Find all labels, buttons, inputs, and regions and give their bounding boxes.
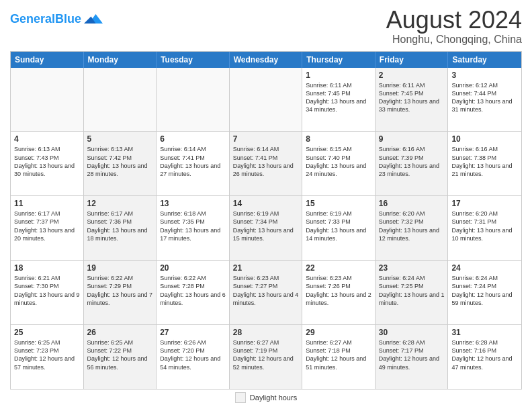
- cell-info: Sunrise: 6:13 AM Sunset: 7:42 PM Dayligh…: [87, 145, 153, 178]
- day-number: 28: [233, 328, 299, 337]
- calendar-row-4: 18Sunrise: 6:21 AM Sunset: 7:30 PM Dayli…: [11, 260, 521, 324]
- cell-info: Sunrise: 6:20 AM Sunset: 7:31 PM Dayligh…: [451, 210, 518, 242]
- calendar-cell: [11, 68, 84, 132]
- header-day-monday: Monday: [84, 52, 157, 68]
- day-number: 2: [379, 71, 445, 80]
- day-number: 18: [14, 263, 80, 273]
- month-year: August 2024: [386, 7, 522, 34]
- calendar-row-5: 25Sunrise: 6:25 AM Sunset: 7:23 PM Dayli…: [11, 324, 521, 389]
- header-day-saturday: Saturday: [448, 52, 521, 68]
- calendar-cell: 1Sunrise: 6:11 AM Sunset: 7:45 PM Daylig…: [302, 68, 375, 132]
- calendar-cell: 31Sunrise: 6:28 AM Sunset: 7:16 PM Dayli…: [448, 325, 521, 389]
- calendar-cell: 30Sunrise: 6:28 AM Sunset: 7:17 PM Dayli…: [375, 325, 449, 389]
- calendar-cell: 2Sunrise: 6:11 AM Sunset: 7:45 PM Daylig…: [375, 68, 449, 132]
- day-number: 1: [306, 71, 371, 80]
- cell-info: Sunrise: 6:24 AM Sunset: 7:25 PM Dayligh…: [379, 274, 445, 307]
- day-number: 29: [306, 328, 371, 337]
- cell-info: Sunrise: 6:23 AM Sunset: 7:26 PM Dayligh…: [306, 274, 371, 307]
- legend-shaded-box: [235, 392, 246, 403]
- day-number: 10: [451, 134, 518, 144]
- calendar-cell: 24Sunrise: 6:24 AM Sunset: 7:24 PM Dayli…: [448, 261, 521, 324]
- calendar-cell: 14Sunrise: 6:19 AM Sunset: 7:34 PM Dayli…: [230, 196, 303, 260]
- calendar-cell: [84, 68, 157, 132]
- calendar-cell: 10Sunrise: 6:16 AM Sunset: 7:38 PM Dayli…: [448, 132, 521, 195]
- cell-info: Sunrise: 6:17 AM Sunset: 7:37 PM Dayligh…: [14, 210, 80, 242]
- cell-info: Sunrise: 6:20 AM Sunset: 7:32 PM Dayligh…: [379, 210, 445, 242]
- calendar-cell: 4Sunrise: 6:13 AM Sunset: 7:43 PM Daylig…: [11, 132, 84, 195]
- day-number: 6: [160, 134, 226, 144]
- day-number: 11: [14, 199, 80, 208]
- calendar-cell: 7Sunrise: 6:14 AM Sunset: 7:41 PM Daylig…: [230, 132, 303, 195]
- day-number: 4: [14, 134, 80, 144]
- cell-info: Sunrise: 6:19 AM Sunset: 7:34 PM Dayligh…: [233, 210, 299, 242]
- calendar-cell: 15Sunrise: 6:19 AM Sunset: 7:33 PM Dayli…: [302, 196, 375, 260]
- calendar-cell: 26Sunrise: 6:25 AM Sunset: 7:22 PM Dayli…: [84, 325, 157, 389]
- title-block: August 2024 Honghu, Chongqing, China: [386, 7, 522, 46]
- calendar-cell: 17Sunrise: 6:20 AM Sunset: 7:31 PM Dayli…: [448, 196, 521, 260]
- calendar-cell: 5Sunrise: 6:13 AM Sunset: 7:42 PM Daylig…: [84, 132, 157, 195]
- calendar-cell: 18Sunrise: 6:21 AM Sunset: 7:30 PM Dayli…: [11, 261, 84, 324]
- cell-info: Sunrise: 6:16 AM Sunset: 7:38 PM Dayligh…: [451, 145, 518, 178]
- cell-info: Sunrise: 6:13 AM Sunset: 7:43 PM Dayligh…: [14, 145, 80, 178]
- logo-icon: [84, 9, 103, 28]
- calendar-row-3: 11Sunrise: 6:17 AM Sunset: 7:37 PM Dayli…: [11, 195, 521, 260]
- header-day-tuesday: Tuesday: [157, 52, 230, 68]
- calendar-row-2: 4Sunrise: 6:13 AM Sunset: 7:43 PM Daylig…: [11, 131, 521, 195]
- cell-info: Sunrise: 6:21 AM Sunset: 7:30 PM Dayligh…: [14, 274, 80, 307]
- logo: GeneralBlue: [10, 9, 103, 28]
- header: GeneralBlue August 2024 Honghu, Chongqin…: [10, 7, 522, 46]
- day-number: 12: [87, 199, 153, 208]
- header-day-thursday: Thursday: [302, 52, 375, 68]
- cell-info: Sunrise: 6:16 AM Sunset: 7:39 PM Dayligh…: [379, 145, 445, 178]
- day-number: 9: [379, 134, 445, 144]
- calendar-cell: [157, 68, 230, 132]
- calendar-cell: 3Sunrise: 6:12 AM Sunset: 7:44 PM Daylig…: [448, 68, 521, 132]
- cell-info: Sunrise: 6:28 AM Sunset: 7:16 PM Dayligh…: [451, 338, 518, 371]
- day-number: 20: [160, 263, 226, 273]
- logo-text: GeneralBlue: [10, 13, 81, 25]
- calendar-cell: 16Sunrise: 6:20 AM Sunset: 7:32 PM Dayli…: [375, 196, 449, 260]
- day-number: 17: [451, 199, 518, 208]
- cell-info: Sunrise: 6:27 AM Sunset: 7:19 PM Dayligh…: [233, 338, 299, 371]
- calendar-header: SundayMondayTuesdayWednesdayThursdayFrid…: [11, 52, 521, 68]
- calendar-cell: 25Sunrise: 6:25 AM Sunset: 7:23 PM Dayli…: [11, 325, 84, 389]
- calendar-body: 1Sunrise: 6:11 AM Sunset: 7:45 PM Daylig…: [11, 68, 521, 389]
- day-number: 14: [233, 199, 299, 208]
- cell-info: Sunrise: 6:11 AM Sunset: 7:45 PM Dayligh…: [379, 81, 445, 114]
- cell-info: Sunrise: 6:14 AM Sunset: 7:41 PM Dayligh…: [233, 145, 299, 178]
- calendar-cell: 8Sunrise: 6:15 AM Sunset: 7:40 PM Daylig…: [302, 132, 375, 195]
- day-number: 23: [379, 263, 445, 273]
- cell-info: Sunrise: 6:18 AM Sunset: 7:35 PM Dayligh…: [160, 210, 226, 242]
- cell-info: Sunrise: 6:27 AM Sunset: 7:18 PM Dayligh…: [306, 338, 371, 371]
- location: Honghu, Chongqing, China: [386, 34, 522, 46]
- calendar-cell: 9Sunrise: 6:16 AM Sunset: 7:39 PM Daylig…: [375, 132, 449, 195]
- day-number: 21: [233, 263, 299, 273]
- cell-info: Sunrise: 6:14 AM Sunset: 7:41 PM Dayligh…: [160, 145, 226, 178]
- header-day-friday: Friday: [375, 52, 449, 68]
- calendar-cell: 21Sunrise: 6:23 AM Sunset: 7:27 PM Dayli…: [230, 261, 303, 324]
- calendar-cell: 28Sunrise: 6:27 AM Sunset: 7:19 PM Dayli…: [230, 325, 303, 389]
- cell-info: Sunrise: 6:28 AM Sunset: 7:17 PM Dayligh…: [379, 338, 445, 371]
- calendar-cell: 27Sunrise: 6:26 AM Sunset: 7:20 PM Dayli…: [157, 325, 230, 389]
- day-number: 31: [451, 328, 518, 337]
- cell-info: Sunrise: 6:25 AM Sunset: 7:22 PM Dayligh…: [87, 338, 153, 371]
- calendar-cell: 12Sunrise: 6:17 AM Sunset: 7:36 PM Dayli…: [84, 196, 157, 260]
- cell-info: Sunrise: 6:11 AM Sunset: 7:45 PM Dayligh…: [306, 81, 371, 114]
- calendar-cell: 13Sunrise: 6:18 AM Sunset: 7:35 PM Dayli…: [157, 196, 230, 260]
- legend-label: Daylight hours: [250, 394, 297, 402]
- day-number: 22: [306, 263, 371, 273]
- day-number: 7: [233, 134, 299, 144]
- header-day-wednesday: Wednesday: [230, 52, 303, 68]
- day-number: 16: [379, 199, 445, 208]
- calendar-cell: 20Sunrise: 6:22 AM Sunset: 7:28 PM Dayli…: [157, 261, 230, 324]
- calendar: SundayMondayTuesdayWednesdayThursdayFrid…: [10, 51, 522, 390]
- legend: Daylight hours: [10, 390, 522, 404]
- cell-info: Sunrise: 6:24 AM Sunset: 7:24 PM Dayligh…: [451, 274, 518, 307]
- day-number: 27: [160, 328, 226, 337]
- calendar-cell: 29Sunrise: 6:27 AM Sunset: 7:18 PM Dayli…: [302, 325, 375, 389]
- calendar-cell: 23Sunrise: 6:24 AM Sunset: 7:25 PM Dayli…: [375, 261, 449, 324]
- day-number: 15: [306, 199, 371, 208]
- day-number: 26: [87, 328, 153, 337]
- calendar-cell: [230, 68, 303, 132]
- day-number: 3: [451, 71, 518, 80]
